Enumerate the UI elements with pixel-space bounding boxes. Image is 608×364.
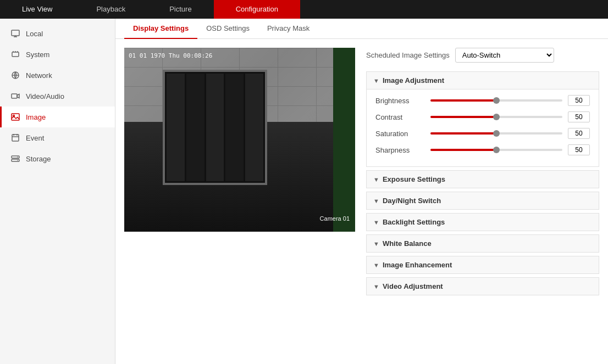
sidebar-item-system[interactable]: System xyxy=(0,44,115,65)
section-white-balance: ▼ White Balance xyxy=(366,234,599,253)
camera-preview: 01 01 1970 Thu 00:08:26 Camera 01 xyxy=(124,48,355,299)
nav-live-view[interactable]: Live View xyxy=(0,0,74,19)
slider-track-sharpness[interactable] xyxy=(430,149,562,151)
tab-osd-settings[interactable]: OSD Settings xyxy=(197,19,258,39)
sidebar-item-network[interactable]: Network xyxy=(0,65,115,86)
window-frame xyxy=(163,70,267,185)
sidebar-label-network: Network xyxy=(26,71,52,80)
scheduled-image-select[interactable]: Auto-Switch Scheduled Manual xyxy=(455,48,554,63)
sidebar-label-storage: Storage xyxy=(26,155,51,163)
slider-track-saturation[interactable] xyxy=(430,132,562,135)
slider-track-brightness[interactable] xyxy=(430,99,562,102)
chevron-day-night-switch: ▼ xyxy=(373,198,379,204)
slider-label-saturation: Saturation xyxy=(375,130,425,138)
section-header-image-adjustment[interactable]: ▼ Image Adjustment xyxy=(367,72,599,89)
nav-picture[interactable]: Picture xyxy=(147,0,213,19)
chevron-image-adjustment: ▼ xyxy=(373,77,379,84)
main-layout: Local System Net xyxy=(0,19,608,364)
section-title-day-night-switch: Day/Night Switch xyxy=(383,197,441,205)
slider-row-sharpness: Sharpness 50 xyxy=(375,144,590,155)
slider-value-brightness[interactable]: 50 xyxy=(568,95,590,106)
slider-thumb-saturation[interactable] xyxy=(493,130,500,137)
event-icon xyxy=(10,133,20,143)
slider-value-contrast[interactable]: 50 xyxy=(568,111,590,122)
nav-configuration[interactable]: Configuration xyxy=(214,0,300,19)
sidebar-label-system: System xyxy=(26,51,49,59)
section-day-night-switch: ▼ Day/Night Switch xyxy=(366,192,599,210)
section-header-exposure-settings[interactable]: ▼ Exposure Settings xyxy=(367,171,599,188)
section-title-image-adjustment: Image Adjustment xyxy=(383,76,444,85)
right-structure xyxy=(333,48,355,232)
section-video-adjustment: ▼ Video Adjustment xyxy=(366,277,599,295)
chevron-video-adjustment: ▼ xyxy=(373,283,379,290)
tab-content: 01 01 1970 Thu 00:08:26 Camera 01 Schedu… xyxy=(115,39,608,307)
sidebar-item-local[interactable]: Local xyxy=(0,23,115,44)
top-navigation: Live View Playback Picture Configuration xyxy=(0,0,608,19)
slider-fill-brightness xyxy=(430,99,496,102)
slider-label-contrast: Contrast xyxy=(375,113,425,121)
slider-track-contrast[interactable] xyxy=(430,116,562,118)
section-header-day-night-switch[interactable]: ▼ Day/Night Switch xyxy=(367,192,599,209)
section-title-backlight-settings: Backlight Settings xyxy=(383,218,445,226)
sidebar: Local System Net xyxy=(0,19,115,364)
slider-label-brightness: Brightness xyxy=(375,97,425,105)
tab-display-settings[interactable]: Display Settings xyxy=(124,19,197,39)
section-backlight-settings: ▼ Backlight Settings xyxy=(366,213,599,231)
camera-image: 01 01 1970 Thu 00:08:26 Camera 01 xyxy=(124,48,355,232)
slider-thumb-contrast[interactable] xyxy=(493,114,500,120)
system-icon xyxy=(10,49,20,59)
section-title-white-balance: White Balance xyxy=(383,239,432,248)
window-bars xyxy=(165,72,265,183)
slider-row-contrast: Contrast 50 xyxy=(375,111,590,122)
slider-row-saturation: Saturation 50 xyxy=(375,128,590,139)
storage-icon xyxy=(10,154,20,164)
slider-fill-saturation xyxy=(430,132,496,135)
section-header-video-adjustment[interactable]: ▼ Video Adjustment xyxy=(367,278,599,295)
svg-rect-12 xyxy=(12,135,19,141)
sidebar-label-local: Local xyxy=(26,30,43,38)
section-header-image-enhancement[interactable]: ▼ Image Enhancement xyxy=(367,256,599,273)
slider-value-sharpness[interactable]: 50 xyxy=(568,144,590,155)
slider-thumb-brightness[interactable] xyxy=(493,97,500,104)
svg-point-19 xyxy=(17,160,18,161)
chevron-white-balance: ▼ xyxy=(373,240,379,247)
chevron-backlight-settings: ▼ xyxy=(373,219,379,226)
slider-thumb-sharpness[interactable] xyxy=(493,147,500,153)
section-header-backlight-settings[interactable]: ▼ Backlight Settings xyxy=(367,214,599,231)
section-body-image-adjustment: Brightness 50 Contrast xyxy=(367,89,599,166)
sidebar-label-image: Image xyxy=(26,113,46,121)
chevron-exposure-settings: ▼ xyxy=(373,176,379,183)
section-image-adjustment: ▼ Image Adjustment Brightness 50 xyxy=(366,71,599,167)
svg-rect-0 xyxy=(12,30,19,36)
slider-fill-sharpness xyxy=(430,149,496,151)
slider-fill-contrast xyxy=(430,116,496,118)
settings-panel: Scheduled Image Settings Auto-Switch Sch… xyxy=(366,48,599,299)
section-image-enhancement: ▼ Image Enhancement xyxy=(366,256,599,274)
tab-bar: Display Settings OSD Settings Privacy Ma… xyxy=(115,19,608,39)
section-exposure-settings: ▼ Exposure Settings xyxy=(366,170,599,188)
tab-privacy-mask[interactable]: Privacy Mask xyxy=(258,19,318,39)
svg-rect-17 xyxy=(12,159,19,161)
sidebar-item-storage[interactable]: Storage xyxy=(0,148,115,169)
scheduled-image-label: Scheduled Image Settings xyxy=(366,51,450,59)
slider-value-saturation[interactable]: 50 xyxy=(568,128,590,139)
sidebar-item-event[interactable]: Event xyxy=(0,127,115,148)
svg-rect-16 xyxy=(12,156,19,158)
svg-rect-9 xyxy=(12,94,17,98)
network-icon xyxy=(10,70,20,80)
content-area: Display Settings OSD Settings Privacy Ma… xyxy=(115,19,608,364)
section-header-white-balance[interactable]: ▼ White Balance xyxy=(367,235,599,252)
svg-rect-3 xyxy=(12,52,19,57)
sidebar-label-event: Event xyxy=(26,134,44,142)
camera-timestamp: 01 01 1970 Thu 00:08:26 xyxy=(129,52,212,59)
camera-label: Camera 01 xyxy=(320,215,350,222)
slider-label-sharpness: Sharpness xyxy=(375,146,425,154)
monitor-icon xyxy=(10,29,20,38)
sidebar-item-image[interactable]: Image xyxy=(0,107,115,127)
sidebar-item-video-audio[interactable]: Video/Audio xyxy=(0,86,115,107)
nav-playback[interactable]: Playback xyxy=(74,0,147,19)
section-title-video-adjustment: Video Adjustment xyxy=(383,282,443,290)
section-title-image-enhancement: Image Enhancement xyxy=(383,261,452,269)
svg-point-18 xyxy=(17,156,18,158)
scheduled-image-row: Scheduled Image Settings Auto-Switch Sch… xyxy=(366,48,599,63)
